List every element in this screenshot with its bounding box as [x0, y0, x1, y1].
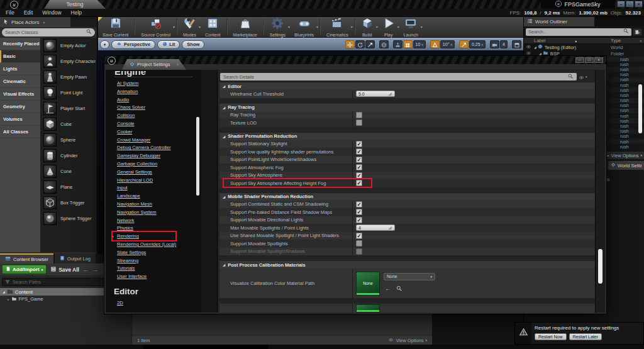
category-all-classes[interactable]: All Classes	[0, 126, 40, 138]
marketplace-button[interactable]: Marketplace	[229, 17, 262, 37]
section-header[interactable]: ◢Post Process Calibration Materials	[219, 261, 595, 269]
sidebar-item-navigation-mesh[interactable]: Navigation Mesh	[106, 201, 201, 209]
cinematics-button[interactable]: Cinematics▾	[322, 17, 353, 37]
save-current-button[interactable]: Save Current	[98, 17, 133, 37]
category-basic[interactable]: Basic	[0, 50, 40, 63]
placeable-cylinder[interactable]: Cylinder	[40, 148, 97, 163]
sidebar-item-gameplay-debugger[interactable]: Gameplay Debugger	[106, 152, 201, 160]
outliner-scrollbar[interactable]	[638, 84, 642, 133]
checkbox-checked[interactable]: ✓	[356, 233, 362, 239]
move-tool-button[interactable]	[345, 40, 355, 48]
close-button[interactable]: ×	[594, 57, 603, 63]
sidebar-item-slate-settings[interactable]: Slate Settings	[106, 249, 201, 257]
launch-button[interactable]: Launch▾	[399, 17, 423, 37]
grid-snap-value[interactable]: 10▾	[413, 40, 426, 48]
surface-snapping-button[interactable]	[393, 40, 402, 48]
show-button[interactable]: Show	[182, 40, 204, 49]
checkbox-checked[interactable]: ✓	[356, 201, 362, 208]
section-header[interactable]: ◢Shader Permutation Reduction	[219, 133, 595, 140]
category-geometry[interactable]: Geometry	[0, 101, 40, 113]
restart-later-button[interactable]: Restart Later	[569, 333, 602, 340]
rotation-snap-button[interactable]	[430, 40, 440, 48]
sidebar-item-general-settings[interactable]: General Settings	[106, 169, 201, 177]
sidebar-item-audio[interactable]: Audio	[106, 96, 201, 104]
sidebar-item-rendering-overrides-local-[interactable]: Rendering Overrides (Local)	[106, 241, 201, 249]
view-filter-button[interactable]: ▾	[579, 71, 594, 82]
number-input[interactable]: 4	[356, 224, 395, 231]
sidebar-item-chaos-solver[interactable]: Chaos Solver	[106, 104, 201, 112]
sidebar-item-landscape[interactable]: Landscape	[106, 192, 201, 201]
sidebar-item-garbage-collection[interactable]: Garbage Collection	[106, 160, 201, 169]
expander-icon[interactable]: ▸	[8, 297, 9, 301]
checkbox-unchecked[interactable]	[356, 112, 362, 118]
maximize-viewport-button[interactable]	[512, 40, 521, 48]
play-button[interactable]: Play▾	[378, 17, 399, 37]
number-input[interactable]: 5.0	[356, 91, 395, 97]
outliner-search-input[interactable]: Search...	[526, 28, 631, 36]
history-forward-button[interactable]: →	[92, 267, 101, 273]
coordinate-space-button[interactable]	[379, 40, 389, 48]
settings-scrollbar-thumb[interactable]	[598, 249, 602, 284]
place-actors-tab[interactable]: Place Actors ▾	[0, 17, 70, 27]
sidebar-item-network[interactable]: Network	[106, 217, 201, 225]
sidebar-item-collision[interactable]: Collision	[106, 112, 201, 120]
section-header[interactable]: ◢Mobile Shader Permutation Reduction	[219, 193, 595, 201]
minimize-button[interactable]: –	[575, 57, 584, 63]
sidebar-item-rendering[interactable]: ▸Rendering	[106, 233, 201, 241]
label-column-header[interactable]: Label	[524, 38, 545, 43]
restart-now-button[interactable]: Restart Now	[535, 333, 567, 340]
menu-edit[interactable]: Edit	[24, 9, 33, 16]
category-volumes[interactable]: Volumes	[0, 113, 40, 126]
checkbox-checked[interactable]: ✓	[356, 157, 362, 163]
placeable-empty-pawn[interactable]: Empty Pawn	[40, 69, 97, 85]
category-cinematic[interactable]: Cinematic	[0, 75, 40, 88]
rotate-tool-button[interactable]	[355, 40, 365, 48]
sidebar-item-debug-camera-controller[interactable]: Debug Camera Controller	[106, 144, 201, 152]
content-button[interactable]: Content	[201, 17, 225, 37]
sidebar-item-cooker[interactable]: Cooker	[106, 128, 201, 136]
content-browser-tab[interactable]: Content Browser	[0, 253, 53, 263]
type-column-header[interactable]: Type	[611, 38, 621, 43]
grid-snap-button[interactable]	[403, 40, 413, 48]
sidebar-item-animation[interactable]: Animation	[106, 88, 201, 96]
sidebar-item-tutorials[interactable]: Tutorials	[106, 265, 201, 273]
checkbox-checked[interactable]: ✓	[356, 209, 362, 215]
checkbox-checked[interactable]: ✓	[356, 172, 362, 179]
placeable-cube[interactable]: Cube	[40, 116, 97, 132]
level-tab[interactable]: Testing	[44, 0, 106, 9]
sidebar-item-input[interactable]: Input	[106, 184, 201, 192]
save-all-button[interactable]: Save All	[50, 266, 79, 274]
placeable-player-start[interactable]: Player Start	[40, 101, 97, 116]
project-settings-tab[interactable]: Project Settings ×	[122, 59, 186, 70]
sidebar-item-physics[interactable]: Physics	[106, 224, 201, 233]
checkbox-checked[interactable]: ✓	[356, 180, 362, 186]
expander-icon[interactable]: ◢	[531, 45, 536, 49]
menu-help[interactable]: Help	[71, 9, 82, 16]
output-log-tab[interactable]: Output Log	[55, 253, 96, 263]
scale-tool-button[interactable]	[365, 40, 375, 48]
source-control-button[interactable]: Source Control▾	[136, 17, 175, 37]
camera-speed-button[interactable]	[490, 40, 499, 48]
sidebar-item-navigation-system[interactable]: Navigation System	[106, 209, 201, 217]
history-back-button[interactable]: ←	[83, 267, 91, 273]
asset-dropdown[interactable]: None▾	[384, 273, 435, 280]
search-details-input[interactable]: Search Details	[220, 73, 577, 80]
placeable-sphere-trigger[interactable]: Sphere Trigger	[40, 211, 97, 226]
search-classes-input[interactable]: Search Classes	[2, 28, 95, 36]
placeable-empty-character[interactable]: Empty Character	[40, 53, 97, 69]
checkbox-checked[interactable]: ✓	[356, 141, 362, 147]
close-tab-icon[interactable]: ×	[177, 62, 179, 67]
sidebar-item-console[interactable]: Console	[106, 120, 201, 128]
viewport-options-button[interactable]: ▾	[100, 40, 109, 49]
outliner-add-button[interactable]	[633, 28, 642, 36]
placeable-point-light[interactable]: Point Light	[40, 85, 97, 101]
checkbox-checked[interactable]: ✓	[356, 148, 362, 155]
sidebar-item-ai-system[interactable]: AI System	[106, 80, 201, 88]
lit-button[interactable]: Lit	[157, 40, 180, 49]
blueprints-button[interactable]: Blueprints▾	[290, 17, 318, 37]
category-recently-placed[interactable]: Recently Placed	[0, 38, 40, 50]
content-view-options[interactable]: View Options ▾	[388, 338, 427, 343]
build-button[interactable]: Build▾	[357, 17, 378, 37]
outliner-row-world[interactable]: ◢ Testing (Editor) World	[524, 44, 644, 50]
checkbox-unchecked[interactable]	[356, 240, 362, 247]
